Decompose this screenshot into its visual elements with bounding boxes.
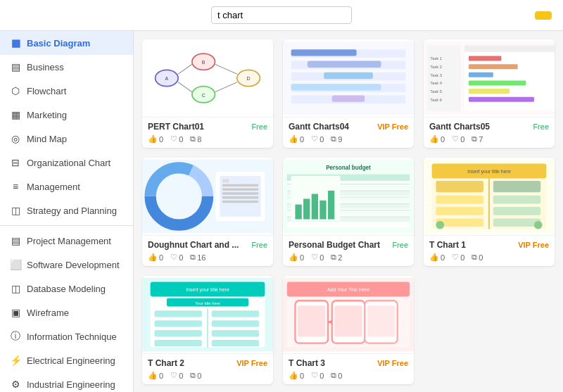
mind-icon: ◎	[10, 133, 21, 144]
card-personal-budget[interactable]: Personal budget Persona	[283, 158, 414, 266]
svg-rect-80	[436, 196, 483, 204]
svg-text:Task 6: Task 6	[430, 98, 442, 102]
card-copy[interactable]: ⧉ 0	[190, 371, 201, 380]
card-like[interactable]: 👍 0	[289, 371, 304, 380]
sidebar-item-org-chart[interactable]: ⊟ Organizational Chart	[0, 151, 133, 175]
sidebar-label: Wireframe	[27, 308, 69, 318]
grid-icon: ▦	[10, 37, 21, 49]
card-copy[interactable]: ⧉ 16	[190, 253, 205, 262]
card-favorite[interactable]: ♡ 0	[452, 253, 464, 262]
card-actions: 👍 0 ♡ 0 ⧉ 2	[289, 253, 408, 262]
sidebar-item-strategy[interactable]: ◫ Strategy and Planning	[0, 198, 133, 222]
card-t-chart-1[interactable]: Insert your title here T Chart 1 VIP Fre…	[424, 158, 555, 266]
thumb-up-icon: 👍	[148, 371, 158, 380]
card-title: Gantt Charts05	[429, 122, 490, 132]
svg-rect-51	[222, 201, 258, 203]
thumb-up-icon: 👍	[429, 134, 439, 144]
sidebar-item-info-tech[interactable]: ⓘ Information Technique	[0, 324, 133, 348]
card-pert-chart01[interactable]: A B C D PERT Chart01 Free 👍 0 ♡ 0	[142, 39, 273, 148]
card-like[interactable]: 👍 0	[289, 253, 304, 262]
like-count: 0	[300, 372, 304, 380]
card-copy[interactable]: ⧉ 0	[331, 371, 342, 380]
card-like[interactable]: 👍 0	[148, 253, 163, 262]
card-favorite[interactable]: ♡ 0	[170, 371, 183, 380]
search-input[interactable]	[217, 10, 346, 20]
copy-count: 0	[338, 372, 342, 380]
sidebar-label: Software Development	[27, 260, 120, 270]
card-t-chart-2[interactable]: Insert your title here Your title here T…	[142, 276, 273, 384]
card-title: Doughnut Chart and ...	[148, 240, 239, 250]
svg-point-87	[436, 221, 444, 229]
card-footer: Gantt Charts05 Free 👍 0 ♡ 0 ⧉ 7	[424, 117, 555, 148]
card-like[interactable]: 👍 0	[148, 371, 163, 380]
card-actions: 👍 0 ♡ 0 ⧉ 9	[289, 134, 408, 144]
card-like[interactable]: 👍 0	[429, 134, 445, 144]
card-favorite[interactable]: ♡ 0	[311, 134, 324, 144]
like-count: 0	[159, 135, 163, 144]
svg-rect-73	[328, 191, 334, 220]
card-copy[interactable]: ⧉ 7	[472, 134, 483, 144]
svg-rect-79	[436, 181, 483, 192]
card-copy[interactable]: ⧉ 8	[190, 134, 201, 144]
svg-rect-23	[332, 95, 365, 101]
card-favorite[interactable]: ♡ 0	[311, 371, 324, 380]
copy-icon: ⧉	[331, 371, 336, 380]
thumb-up-icon: 👍	[289, 371, 298, 380]
fav-count: 0	[460, 135, 464, 144]
sidebar-item-industrial[interactable]: ⚙ Industrial Engineering	[0, 372, 133, 392]
card-favorite[interactable]: ♡ 0	[170, 253, 183, 262]
card-thumbnail: Personal budget	[283, 158, 414, 235]
card-favorite[interactable]: ♡ 0	[311, 253, 324, 262]
card-like[interactable]: 👍 0	[148, 134, 163, 144]
card-thumbnail: Insert your title here	[424, 158, 555, 235]
sidebar-item-electrical[interactable]: ⚡ Electrical Engineering	[0, 348, 133, 372]
database-icon: ◫	[10, 283, 21, 294]
sidebar-item-basic-diagram[interactable]: ▦ Basic Diagram	[0, 31, 133, 55]
card-like[interactable]: 👍 0	[429, 253, 445, 262]
software-icon: ⬜	[10, 259, 21, 270]
sidebar-label: Electrical Engineering	[27, 355, 115, 366]
card-footer: Doughnut Chart and ... Free 👍 0 ♡ 0 ⧉ 16	[142, 235, 273, 266]
like-count: 0	[300, 253, 304, 262]
sidebar-item-software[interactable]: ⬜ Software Development	[0, 253, 133, 277]
sidebar-item-management[interactable]: ≡ Management	[0, 175, 133, 198]
svg-point-88	[534, 221, 543, 229]
sidebar-item-flowchart[interactable]: ⬡ Flowchart	[0, 79, 133, 103]
electrical-icon: ⚡	[10, 355, 21, 366]
svg-rect-21	[291, 84, 381, 90]
sidebar-label: Management	[27, 182, 80, 192]
sidebar-item-marketing[interactable]: ▦ Marketing	[0, 103, 133, 127]
content-area: A B C D PERT Chart01 Free 👍 0 ♡ 0	[134, 31, 563, 392]
sidebar-item-project[interactable]: ▤ Project Management	[0, 229, 133, 253]
card-copy[interactable]: ⧉ 9	[331, 134, 342, 144]
svg-rect-46	[222, 179, 229, 183]
card-favorite[interactable]: ♡ 0	[170, 134, 183, 144]
svg-rect-109	[298, 305, 326, 336]
card-doughnut-chart[interactable]: Doughnut Chart and ... Free 👍 0 ♡ 0 ⧉ 16	[142, 158, 273, 266]
fav-count: 0	[320, 372, 324, 380]
copy-count: 7	[479, 135, 483, 144]
heart-icon: ♡	[311, 134, 318, 144]
card-gantt-charts04[interactable]: Gantt Charts04 VIP Free 👍 0 ♡ 0 ⧉ 9	[283, 39, 414, 148]
card-t-chart-3[interactable]: Add Your Title Here T Chart 3 VIP Free 👍…	[283, 276, 414, 384]
sidebar-item-wireframe[interactable]: ▣ Wireframe	[0, 301, 133, 324]
card-title: T Chart 2	[148, 358, 184, 368]
card-favorite[interactable]: ♡ 0	[452, 134, 464, 144]
svg-rect-99	[154, 340, 201, 346]
svg-rect-81	[436, 207, 483, 215]
sidebar: ▦ Basic Diagram ▤ Business ⬡ Flowchart ▦…	[0, 31, 134, 392]
sidebar-item-mind-map[interactable]: ◎ Mind Map	[0, 127, 133, 151]
svg-rect-100	[212, 310, 259, 317]
card-gantt-charts05[interactable]: Task 1 Task 2 Task 3 Task 4 Task 5 Task …	[424, 39, 555, 148]
card-badge: VIP Free	[236, 359, 267, 367]
card-like[interactable]: 👍 0	[289, 134, 304, 144]
sidebar-item-database[interactable]: ◫ Database Modeling	[0, 277, 133, 301]
card-badge: Free	[533, 122, 549, 131]
card-badge: Free	[392, 241, 408, 249]
svg-rect-19	[324, 72, 373, 79]
card-copy[interactable]: ⧉ 2	[331, 253, 342, 262]
upgrade-button[interactable]	[535, 11, 552, 20]
card-copy[interactable]: ⧉ 0	[472, 253, 483, 262]
sidebar-item-business[interactable]: ▤ Business	[0, 55, 133, 79]
sidebar-label: Marketing	[27, 110, 67, 120]
